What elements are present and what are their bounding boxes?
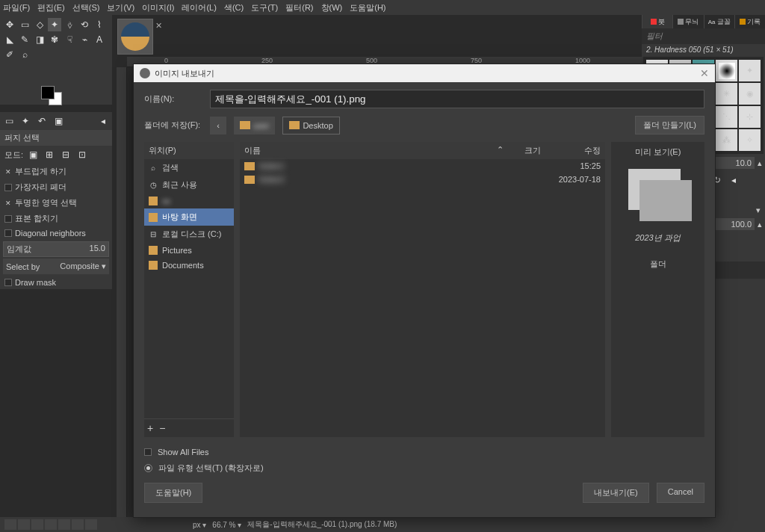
- menu-image[interactable]: 이미지(I): [142, 2, 174, 13]
- brush-item[interactable]: ◉: [739, 83, 761, 105]
- file-type-expander[interactable]: [144, 464, 152, 472]
- threshold-slider[interactable]: 임계값 15.0: [3, 241, 109, 257]
- nav-btn[interactable]: [4, 519, 16, 530]
- tab-images[interactable]: ▣: [52, 114, 65, 128]
- show-all-checkbox[interactable]: [144, 448, 152, 456]
- check-transparent[interactable]: ✕: [4, 200, 12, 207]
- select-by-dropdown[interactable]: Select by Composite ▾: [3, 259, 109, 274]
- tab-history[interactable]: 기록: [734, 15, 765, 28]
- remove-bookmark-button[interactable]: −: [159, 422, 165, 434]
- col-size[interactable]: 크기: [504, 145, 541, 156]
- mode-replace[interactable]: ▣: [26, 148, 40, 161]
- menu-edit[interactable]: 편집(E): [37, 2, 65, 13]
- mode-subtract[interactable]: ⊟: [59, 148, 72, 161]
- place-home[interactable]: xx: [144, 194, 234, 208]
- brush-item[interactable]: [716, 60, 737, 81]
- place-drive-c[interactable]: ⊟로컬 디스크 (C:): [144, 226, 234, 243]
- brush-more[interactable]: ◂: [727, 173, 740, 187]
- tool-smudge[interactable]: ☟: [63, 33, 76, 46]
- tool-text[interactable]: A: [93, 33, 106, 46]
- create-folder-button[interactable]: 폴더 만들기(L): [635, 116, 705, 134]
- menu-filters[interactable]: 필터(R): [285, 2, 313, 13]
- menu-file[interactable]: 파일(F): [3, 2, 30, 13]
- col-date[interactable]: 수정: [548, 145, 601, 156]
- tool-zoom[interactable]: ⌕: [18, 48, 31, 61]
- tool-clone[interactable]: ✾: [48, 33, 61, 46]
- cancel-button[interactable]: Cancel: [657, 483, 704, 503]
- color-swatch[interactable]: [41, 86, 67, 105]
- place-desktop[interactable]: 바탕 화면: [144, 208, 234, 226]
- sort-icon[interactable]: ⌃: [497, 145, 504, 156]
- place-recent[interactable]: ◷최근 사용: [144, 176, 234, 194]
- brush-item[interactable]: ✧: [739, 129, 761, 151]
- tab-brushes[interactable]: 붓: [642, 15, 672, 28]
- check-diagonal[interactable]: [4, 229, 12, 237]
- tool-warp[interactable]: ⌇: [93, 18, 106, 31]
- tab-tool-options[interactable]: ▭: [2, 114, 16, 128]
- file-row[interactable]: folder1 15:25: [240, 159, 605, 173]
- brush-item[interactable]: ✦: [739, 60, 761, 81]
- filter-field[interactable]: 필터: [642, 28, 765, 44]
- menu-layer[interactable]: 레이어(L): [182, 2, 216, 13]
- place-search[interactable]: ⌕검색: [144, 159, 234, 176]
- tool-eraser[interactable]: ◨: [33, 33, 46, 46]
- unit-label[interactable]: px ▾: [193, 521, 206, 529]
- tool-fuzzy-select[interactable]: ✦: [48, 18, 61, 31]
- brush-item[interactable]: ⁂: [716, 129, 737, 151]
- nav-btn[interactable]: [45, 519, 57, 530]
- tab-device[interactable]: ✦: [19, 114, 32, 128]
- tool-brush[interactable]: ✎: [18, 33, 31, 46]
- close-icon[interactable]: ✕: [700, 67, 709, 79]
- tab-fonts[interactable]: Aa글꼴: [704, 15, 734, 28]
- path-segment-user[interactable]: user: [234, 117, 275, 134]
- check-sample-merged[interactable]: [4, 215, 12, 223]
- mode-add[interactable]: ⊞: [43, 148, 56, 161]
- brush-item[interactable]: ⊹: [739, 106, 761, 128]
- fg-color[interactable]: [41, 86, 55, 99]
- menu-colors[interactable]: 색(C): [224, 2, 244, 13]
- export-button[interactable]: 내보내기(E): [583, 483, 649, 503]
- spinner-up-icon[interactable]: ▴: [758, 158, 762, 168]
- tool-bucket[interactable]: ◣: [3, 33, 16, 46]
- filename-input[interactable]: [210, 90, 704, 108]
- nav-btn[interactable]: [18, 519, 30, 530]
- menu-view[interactable]: 보기(V): [107, 2, 134, 13]
- tab-patterns[interactable]: 무늬: [672, 15, 703, 28]
- check-feather[interactable]: [4, 184, 12, 191]
- check-antialias[interactable]: ✕: [4, 168, 12, 176]
- mode-intersect[interactable]: ⊡: [75, 148, 89, 161]
- nav-btn[interactable]: [31, 519, 43, 530]
- preview-thumbnail: [625, 165, 692, 225]
- tool-free-select[interactable]: ◇: [33, 18, 46, 31]
- path-segment-desktop[interactable]: Desktop: [282, 117, 339, 134]
- nav-btn[interactable]: [72, 519, 84, 530]
- spinner-up-icon[interactable]: ▴: [758, 220, 762, 229]
- help-button[interactable]: 도움말(H): [144, 483, 202, 503]
- tool-move[interactable]: ✥: [3, 18, 16, 31]
- image-tab-close[interactable]: ✕: [155, 21, 167, 33]
- image-tab[interactable]: [117, 19, 153, 55]
- tool-transform[interactable]: ⟲: [78, 18, 91, 31]
- check-draw-mask[interactable]: [4, 279, 12, 286]
- tool-path[interactable]: ⌁: [78, 33, 91, 46]
- panel-menu-icon[interactable]: ◂: [96, 114, 110, 128]
- tab-undo[interactable]: ↶: [35, 114, 49, 128]
- brush-item[interactable]: ⋱: [716, 106, 737, 128]
- tool-crop[interactable]: ⎀: [63, 18, 76, 31]
- zoom-level[interactable]: 66.7 % ▾: [212, 521, 241, 529]
- menu-tools[interactable]: 도구(T): [251, 2, 278, 13]
- menu-select[interactable]: 선택(S): [72, 2, 100, 13]
- menu-windows[interactable]: 창(W): [321, 2, 343, 13]
- brush-item[interactable]: ✳: [716, 83, 737, 105]
- place-documents[interactable]: Documents: [144, 258, 234, 273]
- col-name[interactable]: 이름: [244, 145, 497, 156]
- file-row[interactable]: folder2 2023-07-18: [240, 173, 605, 186]
- menu-help[interactable]: 도움말(H): [350, 2, 385, 13]
- tool-picker[interactable]: ✐: [3, 48, 16, 61]
- nav-btn[interactable]: [58, 519, 70, 530]
- nav-btn[interactable]: [85, 519, 97, 530]
- place-pictures[interactable]: Pictures: [144, 243, 234, 258]
- path-back-button[interactable]: ‹: [210, 117, 226, 134]
- add-bookmark-button[interactable]: +: [147, 422, 153, 434]
- tool-rect-select[interactable]: ▭: [18, 18, 31, 31]
